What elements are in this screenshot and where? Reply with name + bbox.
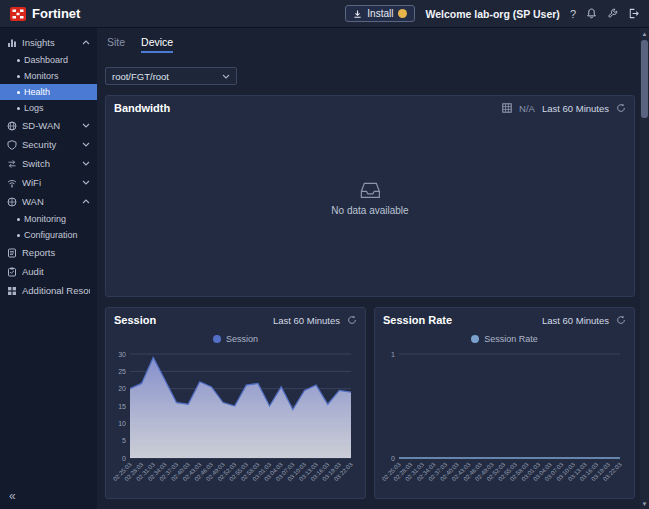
chevron-down-icon	[82, 142, 90, 147]
session-range-label[interactable]: Last 60 Minutes	[273, 315, 340, 326]
sidebar-item-switch[interactable]: Switch	[0, 154, 97, 173]
bandwidth-na-value: N/A	[519, 103, 535, 114]
help-icon[interactable]: ?	[570, 8, 576, 20]
tab-device[interactable]: Device	[141, 36, 173, 53]
report-icon	[7, 248, 17, 258]
bandwidth-panel: Bandwidth N/A Last 60 Minutes No data av…	[105, 95, 635, 297]
install-button[interactable]: Install	[345, 5, 415, 22]
topbar: Fortinet Install Welcome lab-org (SP Use…	[0, 0, 649, 28]
session-rate-legend[interactable]: Session Rate	[375, 332, 634, 346]
session-rate-range-label[interactable]: Last 60 Minutes	[542, 315, 609, 326]
sidebar-item-label: Configuration	[24, 230, 78, 240]
chevron-down-icon	[82, 161, 90, 166]
sidebar-item-label: Reports	[22, 247, 90, 258]
svg-text:30: 30	[118, 351, 126, 358]
chevron-down-icon	[82, 123, 90, 128]
sidebar-item-label: Switch	[22, 158, 77, 169]
wrench-icon[interactable]	[607, 8, 618, 19]
scrollbar-thumb[interactable]	[641, 40, 648, 118]
sidebar-item-label: Audit	[22, 266, 90, 277]
view-tabs: Site Device	[105, 34, 635, 59]
chart-panels-row: Session Last 60 Minutes Session 05101520…	[105, 307, 635, 499]
bullet-icon	[17, 218, 20, 221]
logout-icon[interactable]	[628, 8, 639, 19]
sidebar-item-audit[interactable]: Audit	[0, 262, 97, 281]
sidebar-item-label: Logs	[24, 103, 44, 113]
svg-text:20: 20	[118, 385, 126, 392]
chevron-down-icon	[222, 74, 230, 79]
sidebar-item-label: Security	[22, 139, 77, 150]
session-legend[interactable]: Session	[106, 332, 365, 346]
sidebar-item-monitoring[interactable]: Monitoring	[0, 211, 97, 227]
refresh-icon[interactable]	[616, 103, 626, 113]
session-rate-title: Session Rate	[383, 314, 452, 326]
sidebar-item-insights[interactable]: Insights	[0, 33, 97, 52]
scroll-up-arrow[interactable]: ▲	[640, 28, 649, 39]
bandwidth-empty-state: No data available	[331, 181, 408, 216]
sidebar-item-sd-wan[interactable]: SD-WAN	[0, 116, 97, 135]
legend-dot	[471, 335, 479, 343]
refresh-icon[interactable]	[616, 315, 626, 325]
device-select[interactable]: root/FGT/root	[105, 67, 237, 85]
bandwidth-title: Bandwidth	[114, 102, 170, 114]
sidebar-item-wan[interactable]: WAN	[0, 192, 97, 211]
session-rate-panel: Session Rate Last 60 Minutes Session Rat…	[374, 307, 635, 499]
bullet-icon	[17, 234, 20, 237]
bandwidth-range-label[interactable]: Last 60 Minutes	[542, 103, 609, 114]
legend-label: Session Rate	[484, 334, 538, 344]
svg-text:10: 10	[118, 420, 126, 427]
session-rate-chart: 0102:25:0302:28:0302:31:0302:34:0302:37:…	[377, 346, 628, 496]
sidebar-item-reports[interactable]: Reports	[0, 243, 97, 262]
svg-text:5: 5	[122, 437, 126, 444]
sidebar-item-label: Insights	[22, 37, 77, 48]
svg-text:0: 0	[122, 455, 126, 462]
bell-icon[interactable]	[586, 8, 597, 19]
sidebar-item-configuration[interactable]: Configuration	[0, 227, 97, 243]
wifi-icon	[7, 178, 17, 188]
svg-text:1: 1	[391, 351, 395, 358]
bullet-icon	[17, 75, 20, 78]
session-panel-header: Session Last 60 Minutes	[106, 308, 365, 332]
bandwidth-panel-header: Bandwidth N/A Last 60 Minutes	[106, 96, 634, 120]
sidebar-item-dashboard[interactable]: Dashboard	[0, 52, 97, 68]
sidebar-item-label: Health	[24, 87, 50, 97]
sidebar-item-label: Dashboard	[24, 55, 68, 65]
insights-icon	[7, 38, 17, 48]
sidebar-item-logs[interactable]: Logs	[0, 100, 97, 116]
install-badge	[398, 9, 407, 18]
refresh-icon[interactable]	[347, 315, 357, 325]
svg-text:25: 25	[118, 368, 126, 375]
session-rate-panel-header: Session Rate Last 60 Minutes	[375, 308, 634, 332]
vertical-scrollbar[interactable]: ▲ ▼	[640, 28, 649, 509]
tab-site[interactable]: Site	[107, 36, 125, 53]
svg-text:15: 15	[118, 403, 126, 410]
chevron-up-icon	[82, 199, 90, 204]
sidebar-item-health[interactable]: Health	[0, 84, 97, 100]
grid-icon	[7, 286, 17, 296]
scroll-down-arrow[interactable]: ▼	[640, 498, 649, 509]
sidebar-item-label: WAN	[22, 196, 77, 207]
brand: Fortinet	[10, 6, 80, 22]
sidebar-item-label: WiFi	[22, 177, 77, 188]
topbar-actions: Install Welcome lab-org (SP User) ?	[345, 5, 639, 22]
device-select-value: root/FGT/root	[112, 71, 169, 82]
sidebar-item-wifi[interactable]: WiFi	[0, 173, 97, 192]
sidebar: Insights Dashboard Monitors Health Logs …	[0, 28, 97, 509]
chevron-up-icon	[82, 40, 90, 45]
sidebar-item-security[interactable]: Security	[0, 135, 97, 154]
globe-icon	[7, 121, 17, 131]
install-label: Install	[367, 8, 393, 19]
bullet-icon	[17, 59, 20, 62]
main-content: Site Device root/FGT/root Bandwidth N/A …	[97, 28, 649, 509]
sidebar-item-monitors[interactable]: Monitors	[0, 68, 97, 84]
brand-name: Fortinet	[32, 6, 80, 21]
sidebar-collapse-button[interactable]: «	[9, 489, 16, 503]
legend-label: Session	[226, 334, 258, 344]
sidebar-item-label: SD-WAN	[22, 120, 77, 131]
app-root: Fortinet Install Welcome lab-org (SP Use…	[0, 0, 649, 509]
fortinet-logo-icon	[10, 6, 26, 22]
shield-icon	[7, 140, 17, 150]
session-panel: Session Last 60 Minutes Session 05101520…	[105, 307, 366, 499]
sidebar-item-additional-resources[interactable]: Additional Resources	[0, 281, 97, 300]
chevron-down-icon	[82, 180, 90, 185]
